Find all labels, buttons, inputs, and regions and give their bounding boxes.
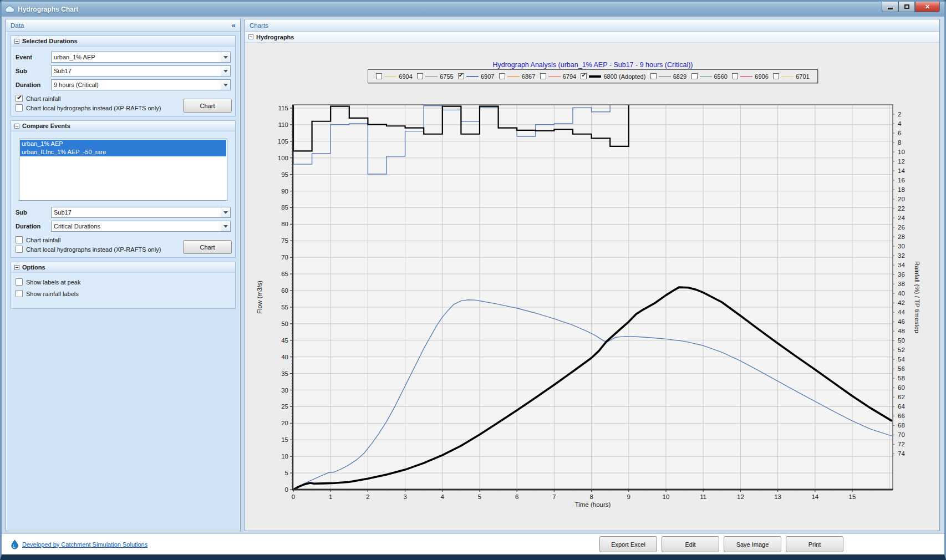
- legend-entry: 6560: [691, 73, 728, 80]
- svg-text:56: 56: [898, 365, 905, 372]
- group-compare-events-header[interactable]: Compare Events: [11, 121, 235, 131]
- legend-checkbox[interactable]: [540, 73, 546, 79]
- legend-label: 6560: [714, 73, 728, 80]
- compare-duration-combo-value: Critical Durations: [52, 223, 221, 230]
- close-button[interactable]: ×: [915, 2, 940, 12]
- legend-entry: 6904: [376, 73, 412, 80]
- legend-checkbox[interactable]: [376, 73, 382, 79]
- svg-text:52: 52: [898, 347, 905, 353]
- legend-label: 6794: [563, 73, 576, 80]
- svg-text:6: 6: [898, 130, 901, 136]
- svg-text:14: 14: [898, 167, 905, 174]
- legend-line-swatch: [740, 76, 752, 77]
- compare-sub-combo[interactable]: Sub17: [51, 207, 231, 218]
- svg-text:9: 9: [627, 493, 630, 500]
- legend-label: 6701: [796, 73, 809, 80]
- event-combo[interactable]: urban_1% AEP: [51, 52, 231, 63]
- group-compare-events: Compare Events urban_1% AEP urban_ILInc_…: [11, 120, 236, 258]
- collapse-group-icon[interactable]: [14, 265, 19, 270]
- collapse-panel-button[interactable]: «: [232, 21, 236, 29]
- chevron-down-icon[interactable]: [221, 221, 230, 231]
- legend-checkbox[interactable]: [458, 73, 464, 79]
- group-hydrographs-header[interactable]: Hydrographs: [245, 32, 939, 43]
- collapse-group-icon[interactable]: [14, 124, 19, 129]
- legend-line-swatch: [659, 76, 671, 77]
- svg-text:36: 36: [898, 271, 905, 278]
- svg-text:10: 10: [281, 453, 288, 460]
- svg-text:4: 4: [441, 493, 445, 500]
- svg-text:7: 7: [552, 493, 556, 500]
- y-axis-left-title: Flow (m3/s): [256, 281, 263, 314]
- compare-sub-row: Sub Sub17: [16, 205, 231, 219]
- duration-combo[interactable]: 9 hours (Critical): [51, 79, 231, 90]
- save-image-button[interactable]: Save Image: [724, 536, 781, 552]
- print-button[interactable]: Print: [786, 536, 843, 552]
- svg-text:70: 70: [898, 431, 905, 438]
- checkbox-compare-chart-rainfall[interactable]: [16, 236, 23, 243]
- duration-label: Duration: [16, 82, 51, 88]
- compare-duration-row: Duration Critical Durations: [16, 219, 231, 233]
- legend-checkbox[interactable]: [417, 73, 423, 79]
- svg-text:100: 100: [278, 155, 288, 161]
- compare-duration-combo[interactable]: Critical Durations: [51, 221, 231, 232]
- footer: Developed by Catchment Simulation Soluti…: [2, 533, 944, 554]
- chart-area: Hydrograph Analysis (urban_1% AEP - Sub1…: [245, 43, 939, 531]
- group-selected-durations-header[interactable]: Selected Durations: [11, 36, 235, 47]
- legend-checkbox[interactable]: [650, 73, 657, 79]
- legend-entry: 6794: [540, 73, 576, 80]
- svg-text:60: 60: [281, 287, 288, 294]
- sub-combo[interactable]: Sub17: [51, 65, 231, 77]
- collapse-group-icon[interactable]: [14, 39, 19, 44]
- chevron-down-icon[interactable]: [221, 52, 230, 62]
- checkbox-show-labels-at-peak[interactable]: [16, 278, 23, 286]
- svg-text:68: 68: [898, 422, 905, 429]
- checkbox-show-rainfall-labels[interactable]: [16, 290, 23, 297]
- chart-button-selected[interactable]: Chart: [183, 99, 232, 113]
- chevron-down-icon[interactable]: [221, 80, 230, 90]
- compare-duration-label: Duration: [16, 223, 51, 230]
- checkbox-compare-chart-local[interactable]: [16, 246, 23, 253]
- chart-button-compare[interactable]: Chart: [183, 240, 232, 254]
- legend-label: 6800 (Adopted): [603, 73, 645, 80]
- legend-checkbox[interactable]: [773, 73, 779, 79]
- titlebar[interactable]: Hydrographs Chart ×: [2, 2, 944, 17]
- svg-text:45: 45: [281, 337, 288, 344]
- group-options-header[interactable]: Options: [11, 262, 235, 273]
- svg-text:70: 70: [281, 254, 288, 261]
- checkbox-chart-rainfall[interactable]: [16, 95, 23, 102]
- checkbox-chart-local-hydrographs[interactable]: [16, 104, 23, 111]
- svg-text:0: 0: [292, 493, 295, 500]
- svg-text:34: 34: [898, 262, 905, 268]
- legend-line-swatch: [589, 75, 601, 78]
- legend-checkbox[interactable]: [581, 73, 587, 79]
- svg-text:22: 22: [898, 205, 905, 212]
- legend-checkbox[interactable]: [732, 73, 738, 79]
- legend-entry: 6907: [458, 73, 494, 80]
- chevron-down-icon[interactable]: [221, 66, 230, 76]
- restore-button[interactable]: [898, 2, 915, 12]
- legend-checkbox[interactable]: [499, 73, 505, 79]
- chevron-down-icon[interactable]: [221, 207, 230, 217]
- export-excel-button[interactable]: Export Excel: [599, 536, 657, 552]
- legend-line-swatch: [466, 76, 479, 77]
- chart-legend: 690467556907686767946800 (Adopted)682965…: [368, 69, 818, 83]
- list-item[interactable]: urban_ILInc_1% AEP_-50_rare: [20, 148, 226, 156]
- compare-chart-local-label: Chart local hydrographs instead (XP-RAFT…: [26, 246, 161, 253]
- app-window: Hydrographs Chart × Data « Selected Dura…: [0, 0, 946, 560]
- svg-text:66: 66: [898, 413, 905, 419]
- svg-text:65: 65: [281, 271, 288, 277]
- list-item[interactable]: urban_1% AEP: [20, 140, 226, 148]
- chart-title: Hydrograph Analysis (urban_1% AEP - Sub1…: [293, 61, 893, 69]
- x-axis: 0123456789101112131415: [292, 490, 871, 500]
- group-selected-durations: Selected Durations Event urban_1% AEP Su…: [11, 35, 236, 116]
- collapse-group-icon[interactable]: [248, 34, 253, 39]
- developer-link[interactable]: Developed by Catchment Simulation Soluti…: [22, 541, 148, 548]
- compare-events-listbox[interactable]: urban_1% AEP urban_ILInc_1% AEP_-50_rare: [19, 139, 227, 201]
- minimize-button[interactable]: [882, 2, 898, 12]
- droplet-icon: [11, 539, 19, 549]
- show-labels-at-peak-label: Show labels at peak: [26, 279, 80, 286]
- legend-checkbox[interactable]: [691, 73, 698, 79]
- edit-button[interactable]: Edit: [662, 536, 719, 552]
- group-options-title: Options: [22, 264, 45, 271]
- legend-entry: 6867: [499, 73, 535, 80]
